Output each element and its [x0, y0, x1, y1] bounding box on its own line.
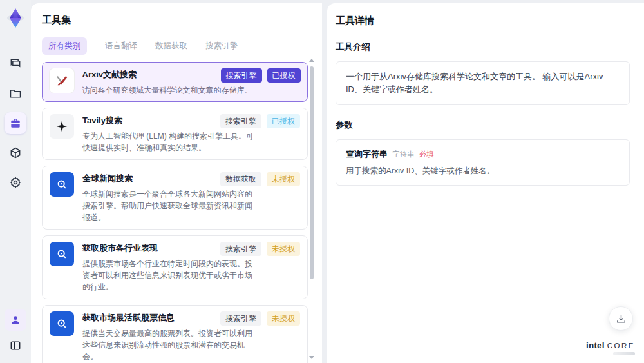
- tool-description: 访问各个研究领域大量科学论文和文章的存储库。: [82, 84, 258, 96]
- blue-search-icon: [50, 242, 74, 266]
- user-icon[interactable]: [5, 309, 26, 331]
- intro-heading: 工具介绍: [336, 41, 630, 53]
- scrollbar-thumb[interactable]: [310, 66, 314, 279]
- app-logo gem-logo-icon: [3, 5, 28, 31]
- auth-status-chip: 已授权: [267, 68, 301, 83]
- sidebar: [0, 0, 31, 363]
- toolset-panel: 工具集 所有类别 语言翻译 数据获取 搜索引擎 Arxiv文献搜索: [31, 3, 322, 363]
- scroll-up-arrow-icon[interactable]: [309, 59, 314, 62]
- auth-status-chip: 未授权: [267, 311, 300, 326]
- tool-card-stock-sectors[interactable]: 获取股市各行业表现 搜索引擎 未授权 提供股票市场各个行业在特定时间段内的表现。…: [42, 235, 308, 299]
- intro-box: 一个用于从Arxiv存储库搜索科学论文和文章的工具。 输入可以是Arxiv ID…: [336, 61, 630, 105]
- settings-icon[interactable]: [5, 172, 26, 193]
- parameter-required-badge: 必填: [419, 150, 434, 159]
- intel-core-logo: intel core: [586, 340, 635, 355]
- tool-name: Tavily搜索: [82, 114, 220, 126]
- cube-icon[interactable]: [5, 142, 26, 164]
- tool-description: 提供当天交易量最高的股票列表。投资者可以利用这些信息来识别流动性强的股票和潜在的…: [82, 328, 258, 362]
- parameter-type: 字符串: [392, 150, 415, 159]
- tool-name: Arxiv文献搜索: [82, 68, 221, 81]
- parameter-name: 查询字符串: [346, 148, 388, 160]
- tool-name: 全球新闻搜索: [82, 172, 220, 184]
- category-chip: 搜索引擎: [220, 114, 261, 128]
- tool-name: 获取市场最活跃股票信息: [82, 311, 220, 324]
- category-chip: 搜索引擎: [221, 68, 262, 83]
- params-heading: 参数: [336, 119, 630, 131]
- category-chip: 搜索引擎: [220, 311, 261, 326]
- list-scrollbar[interactable]: [309, 59, 314, 359]
- chat-icon[interactable]: [5, 53, 26, 75]
- arxiv-x-icon: [50, 68, 74, 93]
- tab-all-categories[interactable]: 所有类别: [42, 37, 87, 55]
- parameter-description: 用于搜索的Arxiv ID、关键字或作者姓名。: [346, 166, 620, 177]
- auth-status-chip: 未授权: [267, 242, 300, 256]
- auth-status-chip: 未授权: [267, 172, 300, 186]
- tab-search-engine[interactable]: 搜索引擎: [205, 37, 238, 55]
- auth-status-chip: 已授权: [267, 114, 300, 128]
- tool-card-tavily[interactable]: Tavily搜索 搜索引擎 已授权 专为人工智能代理 (LLM) 构建的搜索引擎…: [42, 108, 308, 160]
- folder-icon[interactable]: [5, 83, 26, 104]
- download-icon: [616, 313, 627, 324]
- tool-card-global-news[interactable]: 全球新闻搜索 数据获取 未授权 全球新闻搜索是一个聚合全球各大新闻网站内容的搜索…: [42, 166, 308, 230]
- blue-search-icon: [50, 311, 74, 336]
- tavily-star-icon: [50, 114, 74, 139]
- parameter-box: 查询字符串 字符串 必填 用于搜索的Arxiv ID、关键字或作者姓名。: [336, 139, 630, 186]
- intro-text: 一个用于从Arxiv存储库搜索科学论文和文章的工具。 输入可以是Arxiv ID…: [346, 70, 620, 96]
- tool-list: Arxiv文献搜索 搜索引擎 已授权 访问各个研究领域大量科学论文和文章的存储库…: [42, 62, 308, 363]
- blue-search-icon: [50, 172, 74, 197]
- tool-description: 全球新闻搜索是一个聚合全球各大新闻网站内容的搜索引擎。帮助用户快速获取全球最新资…: [82, 188, 258, 223]
- tool-name: 获取股市各行业表现: [82, 242, 220, 254]
- toolbox-icon[interactable]: [5, 112, 26, 134]
- details-title: 工具详情: [336, 15, 630, 27]
- category-tabs: 所有类别 语言翻译 数据获取 搜索引擎: [42, 37, 322, 55]
- download-button[interactable]: [609, 306, 633, 331]
- tab-language-translation[interactable]: 语言翻译: [105, 37, 137, 55]
- scroll-down-arrow-icon[interactable]: [309, 356, 314, 359]
- tool-description: 专为人工智能代理 (LLM) 构建的搜索引擎工具。可快速提供实时、准确和真实的结…: [82, 130, 258, 153]
- ultra-badge-bar: [613, 352, 635, 355]
- page-title: 工具集: [42, 14, 322, 26]
- category-chip: 搜索引擎: [220, 242, 261, 256]
- tool-description: 提供股票市场各个行业在特定时间段内的表现。投资者可以利用这些信息来识别表现优于或…: [82, 258, 258, 293]
- tool-card-active-stocks[interactable]: 获取市场最活跃股票信息 搜索引擎 未授权 提供当天交易量最高的股票列表。投资者可…: [42, 305, 308, 363]
- tool-details-panel: 工具详情 工具介绍 一个用于从Arxiv存储库搜索科学论文和文章的工具。 输入可…: [327, 3, 644, 363]
- collapse-panel-icon[interactable]: [5, 335, 26, 357]
- tool-card-arxiv[interactable]: Arxiv文献搜索 搜索引擎 已授权 访问各个研究领域大量科学论文和文章的存储库…: [42, 62, 308, 102]
- core-wordmark: core: [607, 342, 635, 349]
- tab-data-fetching[interactable]: 数据获取: [155, 37, 187, 55]
- intel-wordmark: intel: [586, 340, 605, 350]
- category-chip: 数据获取: [220, 172, 261, 186]
